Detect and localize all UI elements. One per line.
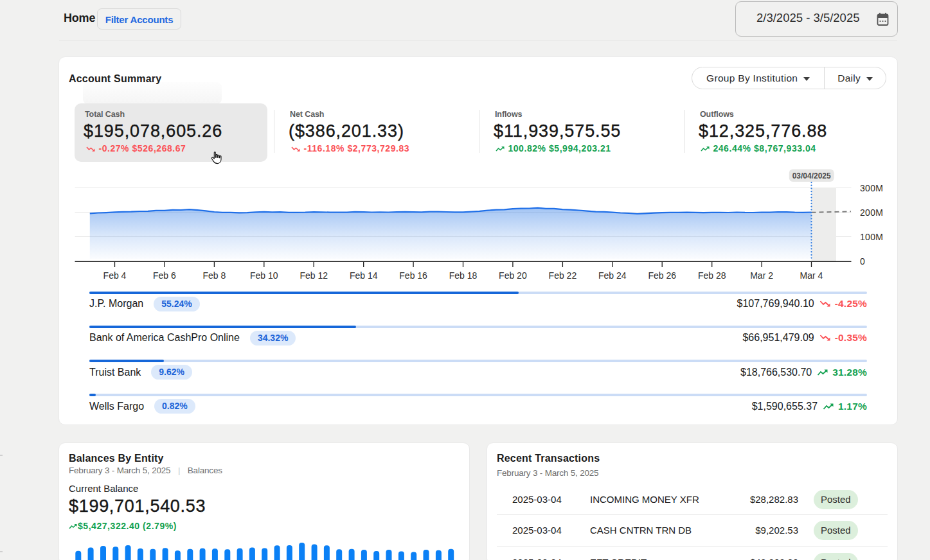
svg-text:Feb 26: Feb 26: [648, 270, 676, 281]
svg-text:200M: 200M: [860, 207, 883, 218]
svg-text:03/04/2025: 03/04/2025: [792, 171, 831, 180]
svg-text:Feb 8: Feb 8: [202, 270, 226, 281]
svg-text:Feb 4: Feb 4: [103, 270, 127, 281]
svg-text:Feb 28: Feb 28: [698, 270, 726, 281]
svg-text:0: 0: [860, 256, 865, 267]
svg-text:Feb 18: Feb 18: [449, 270, 478, 281]
svg-text:Feb 6: Feb 6: [153, 270, 176, 281]
svg-text:Feb 20: Feb 20: [499, 270, 527, 281]
svg-text:Feb 14: Feb 14: [350, 270, 378, 281]
svg-text:Feb 22: Feb 22: [549, 270, 577, 281]
svg-text:Feb 16: Feb 16: [399, 270, 427, 281]
svg-text:Mar 4: Mar 4: [800, 270, 823, 281]
svg-text:Feb 12: Feb 12: [300, 270, 328, 281]
svg-text:Feb 24: Feb 24: [598, 270, 627, 281]
svg-text:100M: 100M: [860, 232, 883, 242]
svg-text:Feb 10: Feb 10: [250, 270, 278, 281]
svg-text:300M: 300M: [860, 183, 883, 193]
svg-text:Mar 2: Mar 2: [750, 270, 773, 281]
